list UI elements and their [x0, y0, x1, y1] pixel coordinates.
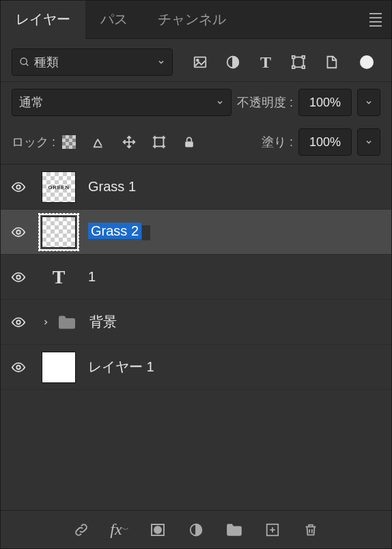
layer-row[interactable]: T 1 [1, 255, 391, 300]
svg-rect-13 [66, 139, 69, 142]
fill-dropdown-button[interactable] [357, 128, 380, 156]
disclosure-triangle[interactable] [38, 318, 51, 326]
link-layers-icon[interactable] [72, 521, 90, 539]
fill-field[interactable]: 100% [298, 128, 352, 156]
layer-name-editing[interactable]: Grass 2 [83, 223, 150, 240]
svg-rect-12 [69, 135, 72, 139]
svg-rect-30 [185, 141, 193, 147]
visibility-toggle[interactable] [5, 315, 32, 330]
visibility-toggle[interactable] [5, 360, 32, 375]
blend-mode-dropdown[interactable]: 通常 [12, 89, 232, 116]
add-mask-icon[interactable] [149, 521, 167, 539]
layer-group-row[interactable]: 背景 [1, 300, 391, 345]
layer-row[interactable]: レイヤー 1 [1, 345, 391, 390]
blend-row: 通常 不透明度 : 100% [1, 81, 391, 122]
svg-rect-21 [155, 138, 164, 147]
svg-rect-11 [62, 135, 66, 139]
svg-rect-6 [292, 56, 295, 59]
tab-layers[interactable]: レイヤー [1, 1, 85, 39]
chevron-down-icon [216, 98, 224, 107]
layers-list: Grass 1 Grass 2 T 1 背 [1, 165, 391, 510]
tab-paths[interactable]: パス [85, 1, 143, 39]
layer-thumbnail[interactable] [42, 352, 76, 383]
type-layer-icon[interactable]: T [42, 262, 76, 293]
svg-rect-16 [69, 142, 72, 145]
filter-shape-icon[interactable] [290, 54, 307, 70]
blend-mode-value: 通常 [19, 94, 44, 111]
new-group-icon[interactable] [225, 521, 243, 539]
svg-rect-18 [72, 145, 76, 149]
filter-type-icon[interactable]: T [257, 54, 274, 70]
svg-point-32 [16, 230, 20, 234]
fill-label: 塗り : [262, 134, 293, 150]
layer-name[interactable]: Grass 1 [88, 179, 136, 195]
svg-point-33 [16, 275, 20, 279]
new-adjustment-icon[interactable] [187, 521, 205, 539]
folder-icon [57, 314, 84, 330]
layer-thumbnail[interactable] [42, 171, 76, 203]
svg-rect-14 [72, 139, 76, 142]
opacity-field[interactable]: 100% [298, 89, 352, 116]
delete-layer-icon[interactable] [302, 521, 320, 539]
filter-smartobject-icon[interactable] [323, 54, 339, 70]
svg-point-37 [154, 526, 161, 533]
svg-rect-9 [303, 66, 305, 69]
chevron-down-icon [157, 58, 165, 66]
svg-rect-17 [66, 145, 69, 149]
lock-row: ロック : 塗り : 100% [1, 122, 391, 165]
lock-all-icon[interactable] [181, 134, 197, 150]
svg-point-34 [16, 320, 20, 324]
filter-label: 種類 [34, 54, 59, 70]
filter-toggle-switch[interactable] [360, 55, 374, 69]
svg-point-35 [16, 365, 20, 369]
filter-row: 種類 T [1, 39, 391, 81]
visibility-toggle[interactable] [5, 270, 32, 285]
layer-filter-dropdown[interactable]: 種類 [12, 48, 173, 76]
search-icon [19, 57, 30, 68]
opacity-dropdown-button[interactable] [357, 89, 380, 116]
svg-rect-15 [62, 142, 66, 145]
lock-transparency-icon[interactable] [61, 134, 77, 150]
lock-position-icon[interactable] [121, 134, 137, 150]
layer-row[interactable]: Grass 2 [1, 210, 391, 255]
layer-effects-icon[interactable]: fx﹀ [111, 521, 128, 539]
svg-point-31 [16, 185, 20, 189]
svg-point-3 [197, 59, 199, 61]
lock-artboard-icon[interactable] [151, 134, 167, 150]
layer-thumbnail[interactable] [42, 216, 76, 248]
text-caret [142, 225, 150, 240]
visibility-toggle[interactable] [5, 180, 32, 195]
lock-image-icon[interactable] [91, 134, 107, 150]
svg-line-1 [26, 64, 28, 66]
opacity-label: 不透明度 : [237, 94, 293, 111]
filter-pixel-icon[interactable] [192, 54, 208, 70]
bottom-toolbar: fx﹀ [1, 510, 391, 548]
svg-rect-8 [292, 66, 295, 69]
layer-name[interactable]: 1 [88, 269, 96, 285]
lock-label: ロック : [12, 134, 55, 150]
new-layer-icon[interactable] [264, 521, 281, 539]
svg-rect-7 [303, 56, 305, 59]
panel-menu-icon[interactable] [371, 13, 391, 27]
layer-name[interactable]: レイヤー 1 [88, 358, 154, 376]
panel-tabs: レイヤー パス チャンネル [1, 1, 391, 39]
tab-channels[interactable]: チャンネル [143, 1, 241, 39]
layer-name[interactable]: 背景 [89, 313, 117, 331]
layer-row[interactable]: Grass 1 [1, 165, 391, 210]
filter-adjustment-icon[interactable] [225, 54, 241, 70]
svg-point-0 [20, 58, 27, 64]
visibility-toggle[interactable] [5, 225, 32, 240]
